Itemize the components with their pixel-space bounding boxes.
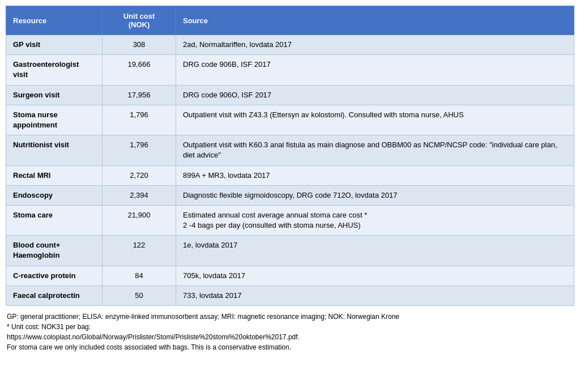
table-row: GP visit3082ad, Normaltariffen, lovdata … <box>6 35 574 55</box>
resource-cell: Nutritionist visit <box>6 135 103 165</box>
table-row: Stoma care21,900Estimated annual cost av… <box>6 205 574 235</box>
source-cell: Outpatient visit with Z43.3 (Ettersyn av… <box>176 105 574 135</box>
header-source: Source <box>176 6 574 35</box>
resource-cell: Faecal calprotectin <box>6 286 103 305</box>
resource-cell: Blood count+ Haemoglobin <box>6 236 103 266</box>
unit-cost-cell: 50 <box>103 286 176 305</box>
table-row: Surgeon visit17,956DRG code 906O, ISF 20… <box>6 85 574 105</box>
source-cell: 733, lovdata 2017 <box>176 286 574 305</box>
resource-cell: C-reactive protein <box>6 266 103 286</box>
source-cell: Diagnostic flexible sigmoidoscopy, DRG c… <box>176 185 574 205</box>
unit-cost-cell: 308 <box>103 35 176 55</box>
source-cell: Outpatient visit with K60.3 anal fistula… <box>176 135 574 165</box>
unit-cost-cell: 1,796 <box>103 105 176 135</box>
table-row: Endoscopy2,394Diagnostic flexible sigmoi… <box>6 185 574 205</box>
unit-cost-cell: 2,394 <box>103 185 176 205</box>
unit-cost-cell: 122 <box>103 236 176 266</box>
header-unit-cost: Unit cost (NOK) <box>103 6 176 35</box>
table-row: Stoma nurse appointment1,796Outpatient v… <box>6 105 574 135</box>
source-cell: DRG code 906B, ISF 2017 <box>176 55 574 85</box>
table-row: Faecal calprotectin50733, lovdata 2017 <box>6 286 574 305</box>
table-row: Gastroenterologist visit19,666DRG code 9… <box>6 55 574 85</box>
unit-cost-cell: 1,796 <box>103 135 176 165</box>
resource-cell: Stoma nurse appointment <box>6 105 103 135</box>
source-cell: 1e, lovdata 2017 <box>176 236 574 266</box>
source-cell: 705k, lovdata 2017 <box>176 266 574 286</box>
unit-cost-cell: 19,666 <box>103 55 176 85</box>
table-row: Nutritionist visit1,796Outpatient visit … <box>6 135 574 165</box>
unit-cost-cell: 84 <box>103 266 176 286</box>
resource-cell: GP visit <box>6 35 103 55</box>
resource-cell: Stoma care <box>6 205 103 235</box>
source-cell: DRG code 906O, ISF 2017 <box>176 85 574 105</box>
table-row: Blood count+ Haemoglobin1221e, lovdata 2… <box>6 236 574 266</box>
table-row: Rectal MRI2,720899A + MR3, lovdata 2017 <box>6 165 574 185</box>
table-footnote: GP: general practitioner; ELISA: enzyme-… <box>6 309 574 355</box>
header-resource: Resource <box>6 6 103 35</box>
resource-cell: Rectal MRI <box>6 165 103 185</box>
source-cell: 899A + MR3, lovdata 2017 <box>176 165 574 185</box>
source-cell: Estimated annual cost average annual sto… <box>176 205 574 235</box>
resource-cell: Gastroenterologist visit <box>6 55 103 85</box>
resource-cell: Surgeon visit <box>6 85 103 105</box>
unit-cost-cell: 21,900 <box>103 205 176 235</box>
resource-cost-table: Resource Unit cost (NOK) Source GP visit… <box>6 6 574 306</box>
unit-cost-cell: 2,720 <box>103 165 176 185</box>
source-cell: 2ad, Normaltariffen, lovdata 2017 <box>176 35 574 55</box>
resource-cell: Endoscopy <box>6 185 103 205</box>
unit-cost-cell: 17,956 <box>103 85 176 105</box>
table-row: C-reactive protein84705k, lovdata 2017 <box>6 266 574 286</box>
